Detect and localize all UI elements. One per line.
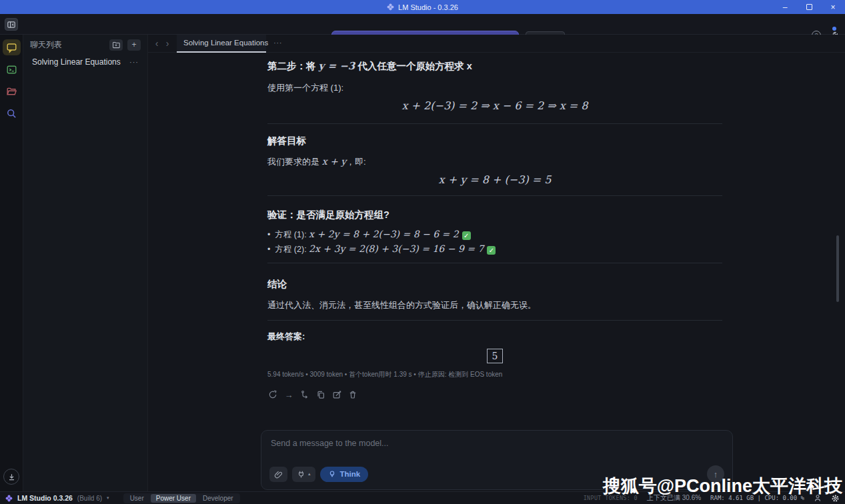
plug-icon [297, 470, 305, 479]
lmstudio-logo-icon [5, 495, 13, 502]
tab-label: Solving Linear Equations [183, 39, 268, 47]
lightbulb-icon [328, 470, 336, 478]
final-answer-box: 5 [487, 349, 504, 363]
verify-heading: 验证：是否满足原始方程组? [267, 209, 722, 221]
final-answer-label: 最终答案: [267, 331, 722, 343]
check-icon: ✓ [487, 246, 496, 255]
bullet-icon: • [267, 230, 270, 239]
branch-button[interactable] [299, 389, 310, 400]
goal-paragraph: 我们要求的是 x + y，即: [267, 156, 722, 168]
use-equation-paragraph: 使用第一个方程 (1): [267, 82, 722, 94]
new-chat-button[interactable]: + [127, 39, 141, 51]
verify-item-text: 方程 (2): 2x + 3y = 2(8) + 3(−3) = 16 − 9 … [275, 243, 496, 255]
tab-forward-button[interactable]: › [162, 37, 173, 50]
conclusion-heading: 结论 [267, 278, 722, 291]
mode-power-user[interactable]: Power User [151, 494, 196, 503]
copy-button[interactable] [315, 389, 326, 400]
watermark-text: 搜狐号@PConline太平洋科技 [603, 474, 842, 498]
message-input[interactable] [271, 439, 723, 461]
chat-bubble-icon [6, 42, 17, 53]
lmstudio-logo-icon [387, 3, 394, 11]
statusbar-app-version[interactable]: LM Studio 0.3.26 [17, 494, 73, 502]
copy-icon [316, 390, 325, 399]
download-icon [7, 473, 16, 481]
edit-button[interactable] [331, 389, 342, 400]
notification-dot [832, 27, 836, 31]
attach-file-button[interactable] [269, 467, 287, 482]
chevron-down-icon: ▾ [107, 495, 109, 501]
chat-list-item[interactable]: Solving Linear Equations ··· [23, 55, 147, 69]
user-mode-switch: User Power User Developer [123, 493, 240, 503]
downloads-button[interactable] [3, 469, 19, 485]
toolbar: qwen/qwen3-14b ▾ Eject ? [0, 14, 845, 35]
search-icon [6, 108, 17, 119]
window-title-group: LM Studio - 0.3.26 [387, 3, 458, 11]
new-folder-button[interactable] [109, 39, 123, 51]
tab-menu-icon[interactable]: ··· [273, 39, 282, 47]
plus-icon: + [131, 40, 136, 49]
terminal-icon [6, 64, 17, 75]
folder-icon [6, 86, 17, 97]
chat-list-panel: 聊天列表 + Solving Linear Equations ··· [23, 35, 148, 491]
bullet-icon: • [267, 245, 270, 254]
generation-stats: 5.94 token/s • 3009 token • 首个token用时 1.… [267, 370, 722, 379]
continue-arrow-icon: → [285, 390, 293, 400]
chat-list-title: 聊天列表 [30, 39, 105, 51]
panel-left-icon [7, 20, 16, 29]
section-divider [267, 263, 722, 263]
nav-developer-button[interactable] [3, 61, 21, 77]
chat-item-label: Solving Linear Equations [32, 57, 121, 67]
chat-item-menu-icon[interactable]: ··· [129, 58, 139, 66]
mode-developer[interactable]: Developer [197, 494, 239, 503]
edit-icon [332, 390, 341, 399]
statusbar-build: (Build 6) [77, 495, 102, 502]
maximize-icon [806, 4, 812, 10]
chevron-left-icon: ‹ [155, 38, 159, 49]
close-button[interactable]: × [821, 0, 845, 14]
step-heading-text: 第二步：将 [267, 61, 319, 71]
chat-body: 第二步：将 y = −3 代入任意一个原始方程求 x 使用第一个方程 (1): … [148, 53, 845, 491]
section-divider [267, 320, 722, 321]
verify-item-text: 方程 (1): x + 2y = 8 + 2(−3) = 8 − 6 = 2✓ [275, 229, 470, 241]
goal-math: x + y [322, 156, 346, 167]
step-heading: 第二步：将 y = −3 代入任意一个原始方程求 x [267, 60, 722, 73]
message-actions: → [267, 389, 722, 400]
continue-button[interactable]: → [283, 389, 294, 400]
regenerate-button[interactable] [267, 389, 278, 400]
chevron-right-icon: › [166, 38, 169, 49]
verify-list-item-2: • 方程 (2): 2x + 3y = 2(8) + 3(−3) = 16 − … [267, 243, 722, 255]
minimize-button[interactable]: – [773, 0, 797, 14]
section-divider [267, 195, 722, 196]
app-body: 聊天列表 + Solving Linear Equations ··· ‹ › … [0, 35, 845, 491]
nav-discover-button[interactable] [3, 105, 21, 121]
mode-user[interactable]: User [125, 494, 149, 503]
nav-my-models-button[interactable] [3, 83, 21, 99]
delete-button[interactable] [347, 389, 358, 400]
think-toggle-button[interactable]: Think [320, 467, 369, 482]
tab-solving-linear-equations[interactable]: Solving Linear Equations ··· [177, 35, 266, 53]
scrollbar-thumb[interactable] [836, 235, 839, 302]
step-heading-tail: 代入任意一个原始方程求 x [355, 61, 472, 71]
section-divider [267, 123, 722, 124]
folder-plus-icon [112, 41, 120, 49]
tab-back-button[interactable]: ‹ [151, 37, 162, 50]
chat-list-header: 聊天列表 + [23, 35, 147, 55]
caret-up-icon: ▴ [308, 471, 311, 477]
check-icon: ✓ [462, 231, 471, 240]
goal-text: 我们要求的是 [267, 157, 322, 167]
trash-icon [348, 390, 357, 399]
window-title: LM Studio - 0.3.26 [398, 3, 458, 11]
minimize-icon: – [783, 3, 788, 12]
nav-chat-button[interactable] [3, 39, 21, 55]
paperclip-icon [274, 470, 283, 479]
final-answer-line: 5 [267, 349, 722, 363]
plugins-button[interactable]: ▴ [292, 467, 315, 482]
equation-1-display: x + 2(−3) = 2 ⇒ x − 6 = 2 ⇒ x = 8 [267, 99, 722, 112]
left-rail [0, 35, 23, 491]
close-icon: × [830, 3, 835, 12]
sidebar-toggle-button[interactable] [5, 18, 18, 31]
regenerate-icon [268, 390, 277, 399]
titlebar: LM Studio - 0.3.26 – × [0, 0, 845, 14]
maximize-button[interactable] [797, 0, 821, 14]
step-heading-math: y = −3 [319, 60, 355, 72]
